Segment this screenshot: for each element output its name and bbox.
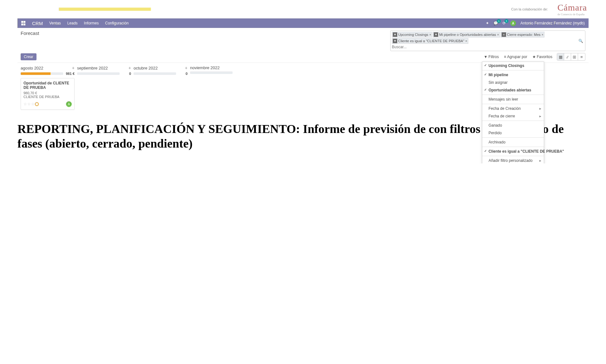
chip-label: Cierre esperado: Mes	[507, 33, 541, 36]
apps-icon[interactable]	[21, 21, 26, 25]
filter-dropdown: Upcoming ClosingsMi pipelineSin asignarO…	[482, 62, 544, 163]
search-icon[interactable]: 🔍	[578, 39, 583, 43]
card-title: Oportunidad de CLIENTE DE PRUEBA	[23, 81, 72, 90]
filter-option[interactable]: Añadir filtro personalizado	[482, 157, 544, 163]
top-header: Con la colaboración de: Cámara de Comerc…	[0, 0, 606, 18]
kanban-column: agosto 2022 + 981 € Oportunidad de CLIEN…	[21, 65, 75, 110]
col-total: 981 €	[65, 72, 75, 76]
add-card-icon[interactable]: +	[185, 65, 188, 70]
chip-icon: ▼	[393, 39, 397, 43]
nav-informes[interactable]: Informes	[84, 21, 99, 25]
filter-option[interactable]: Fecha de Creación	[482, 105, 544, 112]
nav-ventas[interactable]: Ventas	[49, 21, 61, 25]
col-progress	[77, 72, 120, 75]
camara-logo: Cámara de Comercio de España	[557, 3, 587, 16]
nav-leads[interactable]: Leads	[67, 21, 78, 25]
view-graph[interactable]: ⫽	[564, 53, 571, 60]
col-progress	[190, 71, 233, 74]
kanban-card[interactable]: Oportunidad de CLIENTE DE PRUEBA 980,70 …	[21, 78, 75, 110]
filter-chip[interactable]: ▼Upcoming Closings×	[392, 32, 432, 37]
brand-label[interactable]: CRM	[32, 21, 43, 26]
view-switcher: ▦ ⫽ ⊞ ≡	[557, 53, 585, 61]
activity-badge: 5	[504, 19, 508, 23]
groupby-icon: ≡	[504, 55, 506, 59]
filter-chip[interactable]: ▼Mi pipeline o Oportunidades abiertas×	[433, 32, 500, 37]
messages-icon[interactable]: 💬1	[493, 21, 498, 25]
main-nav: CRM Ventas Leads Informes Configuración …	[17, 18, 589, 28]
kanban-column: octubre 2022 + 0	[134, 65, 188, 78]
add-card-icon[interactable]: +	[72, 65, 75, 70]
add-card-icon[interactable]: +	[128, 65, 131, 70]
collab-text: Con la colaboración de:	[511, 7, 548, 11]
chip-label: Upcoming Closings	[398, 33, 428, 36]
star-icon: ☆	[31, 102, 35, 106]
filter-option[interactable]: Oportunidades abiertas	[482, 86, 544, 94]
logo-area	[44, 8, 184, 11]
filter-option[interactable]: Fecha de cierre	[482, 112, 544, 120]
star-icon: ☆	[23, 102, 27, 106]
filter-option[interactable]: Upcoming Closings	[482, 62, 544, 69]
col-title: octubre 2022	[134, 66, 158, 70]
filter-chip[interactable]: ≡Cierre esperado: Mes×	[501, 32, 544, 37]
msg-badge: 1	[497, 19, 501, 23]
kanban-column: noviembre 2022	[190, 65, 244, 76]
view-list[interactable]: ≡	[578, 53, 585, 60]
card-amount: 980,70 €	[23, 91, 72, 95]
card-priority[interactable]: ☆ ☆ ☆	[23, 102, 39, 106]
chip-remove[interactable]: ×	[465, 39, 467, 43]
chip-label: Mi pipeline o Oportunidades abiertas	[439, 33, 496, 36]
filter-icon: ▼	[484, 55, 488, 59]
activity-icon[interactable]	[35, 102, 39, 106]
filter-option[interactable]: Perdido	[482, 129, 544, 137]
col-progress	[21, 72, 63, 75]
kanban-column: septiembre 2022 + 0	[77, 65, 131, 78]
create-button[interactable]: Crear	[21, 53, 36, 60]
activity-icon[interactable]: ⟳5	[503, 21, 506, 25]
filter-chip[interactable]: ▼Cliente es igual a "CLIENTE DE PRUEBA"×	[392, 38, 468, 44]
view-kanban[interactable]: ▦	[557, 53, 564, 60]
collab-area: Con la colaboración de: Cámara de Comerc…	[511, 3, 587, 16]
col-title: noviembre 2022	[190, 65, 220, 70]
star-icon: ☆	[27, 102, 31, 106]
filter-option[interactable]: Cliente es igual a "CLIENTE DE PRUEBA"	[482, 148, 544, 155]
filter-option[interactable]: Archivado	[482, 138, 544, 146]
search-box[interactable]: ▼Upcoming Closings×▼Mi pipeline o Oportu…	[390, 30, 585, 51]
avatar[interactable]: A	[510, 20, 516, 26]
card-client: CLIENTE DE PRUEBA	[23, 95, 72, 99]
user-name[interactable]: Antonio Fernández Fernández (mydb)	[520, 21, 585, 25]
star-icon: ★	[532, 55, 536, 59]
view-pivot[interactable]: ⊞	[571, 53, 578, 60]
chip-icon: ≡	[502, 32, 506, 37]
filter-option[interactable]: Mensajes sin leer	[482, 96, 544, 103]
card-avatar[interactable]: A	[66, 101, 72, 107]
col-progress	[134, 72, 176, 75]
star-icon[interactable]: ✦	[486, 21, 489, 25]
nav-configuracion[interactable]: Configuración	[105, 21, 128, 25]
groupby-button[interactable]: ≡ Agrupar por	[504, 55, 527, 59]
crm-app: CRM Ventas Leads Informes Configuración …	[17, 18, 589, 112]
chip-remove[interactable]: ×	[542, 33, 543, 36]
filter-option[interactable]: Mi pipeline	[482, 71, 544, 79]
search-input[interactable]	[392, 44, 584, 50]
yellow-decoration	[59, 8, 151, 11]
col-total: 0	[178, 72, 188, 76]
filter-option[interactable]: Ganado	[482, 122, 544, 129]
control-panel: Forecast ▼Upcoming Closings×▼Mi pipeline…	[17, 28, 589, 63]
chip-remove[interactable]: ×	[429, 33, 431, 36]
col-title: agosto 2022	[21, 66, 43, 70]
page-title: Forecast	[21, 30, 39, 36]
col-title: septiembre 2022	[77, 66, 108, 70]
chip-label: Cliente es igual a "CLIENTE DE PRUEBA"	[398, 39, 464, 43]
filter-option[interactable]: Sin asignar	[482, 79, 544, 86]
chip-remove[interactable]: ×	[497, 33, 499, 36]
chip-icon: ▼	[393, 32, 397, 37]
filters-button[interactable]: ▼ Filtros	[484, 55, 499, 59]
col-total: 0	[122, 72, 131, 76]
favorites-button[interactable]: ★ Favoritos	[532, 55, 552, 59]
chip-icon: ▼	[434, 32, 438, 37]
